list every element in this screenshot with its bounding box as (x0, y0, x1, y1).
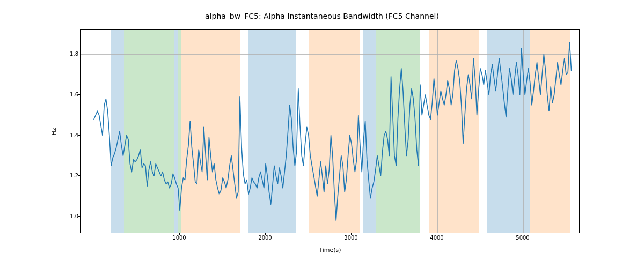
y-tick-label: 1.4 (63, 132, 78, 138)
y-tick-mark (78, 175, 80, 176)
y-tick-mark (78, 216, 80, 217)
y-tick-mark (78, 135, 80, 136)
chart-title: alpha_bw_FC5: Alpha Instantaneous Bandwi… (0, 12, 644, 20)
x-tick-mark (437, 233, 437, 235)
x-tick-label: 5000 (516, 235, 529, 241)
x-tick-mark (351, 233, 352, 235)
x-tick-mark (265, 233, 266, 235)
y-axis-label: Hz (49, 29, 58, 233)
x-tick-label: 4000 (430, 235, 443, 241)
series-polyline (94, 42, 572, 221)
x-tick-mark (523, 233, 523, 235)
y-tick-mark (78, 54, 80, 54)
x-tick-label: 2000 (258, 235, 272, 241)
y-axis-label-text: Hz (50, 128, 57, 135)
line-series (81, 30, 579, 233)
y-tick-label: 1.2 (63, 173, 78, 178)
x-axis-label: Time(s) (80, 247, 580, 254)
figure: alpha_bw_FC5: Alpha Instantaneous Bandwi… (0, 0, 644, 268)
y-tick-label: 1.8 (63, 51, 78, 57)
axes (80, 29, 580, 233)
y-tick-label: 1.0 (63, 213, 78, 219)
x-tick-mark (179, 233, 180, 235)
x-tick-label: 3000 (344, 235, 357, 241)
x-tick-label: 1000 (172, 235, 186, 241)
y-tick-label: 1.6 (63, 91, 78, 97)
y-tick-mark (78, 94, 80, 95)
